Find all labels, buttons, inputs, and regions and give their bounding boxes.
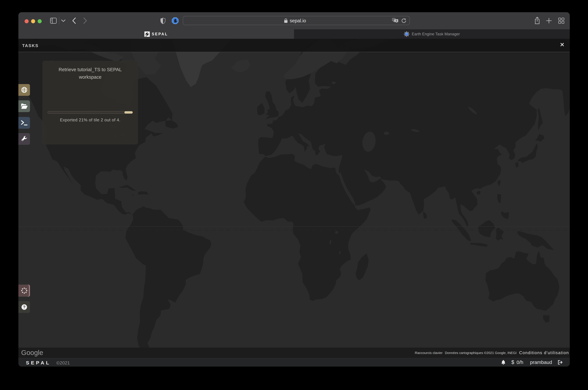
svg-text:文: 文: [395, 20, 398, 22]
svg-text:A: A: [393, 18, 394, 21]
svg-text:?: ?: [23, 305, 25, 309]
